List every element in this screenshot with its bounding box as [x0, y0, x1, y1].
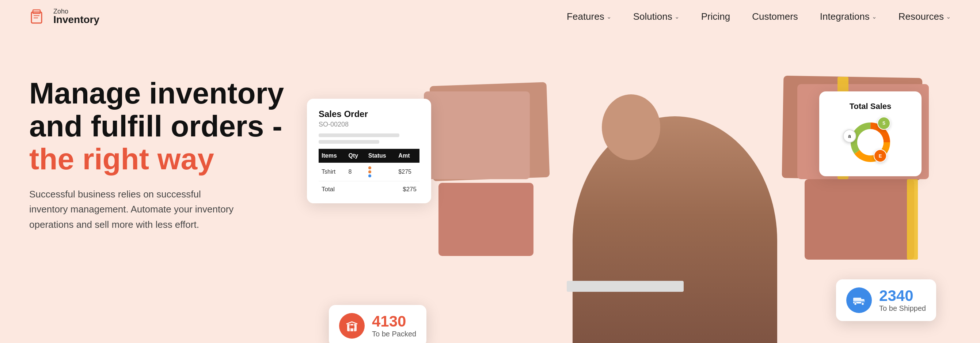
total-sales-title: Total Sales [832, 102, 908, 111]
total-sales-card: Total Sales a S [819, 91, 921, 176]
logo-icon [29, 7, 48, 26]
packed-number: 4130 [372, 314, 416, 329]
logo[interactable]: Zoho Inventory [29, 7, 99, 26]
packed-icon [339, 313, 365, 338]
skeleton-line-2 [319, 140, 379, 144]
sales-order-number: SO-00208 [319, 121, 420, 128]
nav-features[interactable]: Features ⌄ [567, 11, 611, 22]
chevron-down-icon: ⌄ [946, 13, 951, 20]
hero-right: Sales Order SO-00208 Items Qty Status Am… [285, 55, 951, 343]
packed-stat: 4130 To be Packed [372, 314, 416, 338]
hero-accent: the right way [29, 142, 214, 175]
skeleton-line-1 [319, 134, 399, 137]
nav-integrations[interactable]: Integrations ⌄ [820, 11, 877, 22]
svg-rect-12 [853, 298, 861, 303]
hero-left: Manage inventory and fulfill orders - th… [29, 55, 285, 232]
col-status: Status [365, 149, 396, 163]
sales-order-card: Sales Order SO-00208 Items Qty Status Am… [307, 99, 431, 203]
nav-customers[interactable]: Customers [752, 11, 798, 22]
item-qty: 8 [346, 163, 365, 181]
status-dot-blue [368, 174, 371, 177]
packed-label: To be Packed [372, 330, 416, 338]
shipped-label: To be Shipped [879, 304, 926, 313]
shipped-icon [846, 287, 872, 313]
shipped-number: 2340 [879, 288, 926, 303]
nav-pricing[interactable]: Pricing [701, 11, 730, 22]
sales-order-table: Items Qty Status Amt Tshirt 8 [319, 149, 420, 181]
item-name: Tshirt [319, 163, 346, 181]
packed-icon-svg [345, 319, 359, 333]
col-amt: Amt [395, 149, 420, 163]
svg-rect-11 [349, 325, 355, 329]
col-qty: Qty [346, 149, 365, 163]
to-be-packed-card: 4130 To be Packed [329, 305, 426, 343]
svg-point-13 [854, 303, 857, 305]
shopify-badge: S [877, 116, 891, 130]
table-row: Tshirt 8 $275 [319, 163, 420, 181]
main-nav: Features ⌄ Solutions ⌄ Pricing Customers… [567, 11, 951, 22]
to-be-shipped-card: 2340 To be Shipped [836, 279, 936, 321]
hero-subtext: Successful business relies on successful… [29, 187, 241, 233]
sales-order-total: Total $275 [319, 181, 420, 193]
amazon-badge: a [843, 129, 856, 143]
item-status [365, 163, 396, 181]
nav-solutions[interactable]: Solutions ⌄ [633, 11, 679, 22]
chevron-down-icon: ⌄ [872, 13, 877, 20]
logo-inventory-text: Inventory [53, 14, 99, 25]
status-dot-orange2 [368, 171, 371, 173]
sales-order-title: Sales Order [319, 109, 420, 119]
shipped-icon-svg [852, 293, 866, 307]
donut-chart: a S E [846, 118, 894, 166]
col-items: Items [319, 149, 346, 163]
hero-section: Manage inventory and fulfill orders - th… [0, 33, 980, 343]
nav-resources[interactable]: Resources ⌄ [899, 11, 951, 22]
status-dot-orange [368, 166, 371, 169]
header: Zoho Inventory Features ⌄ Solutions ⌄ Pr… [0, 0, 980, 33]
etsy-badge: E [874, 149, 887, 162]
chevron-down-icon: ⌄ [606, 13, 611, 20]
svg-point-14 [862, 303, 864, 305]
shipped-stat: 2340 To be Shipped [879, 288, 926, 313]
chevron-down-icon: ⌄ [675, 13, 679, 20]
item-amt: $275 [395, 163, 420, 181]
hero-headline: Manage inventory and fulfill orders - th… [29, 77, 285, 176]
